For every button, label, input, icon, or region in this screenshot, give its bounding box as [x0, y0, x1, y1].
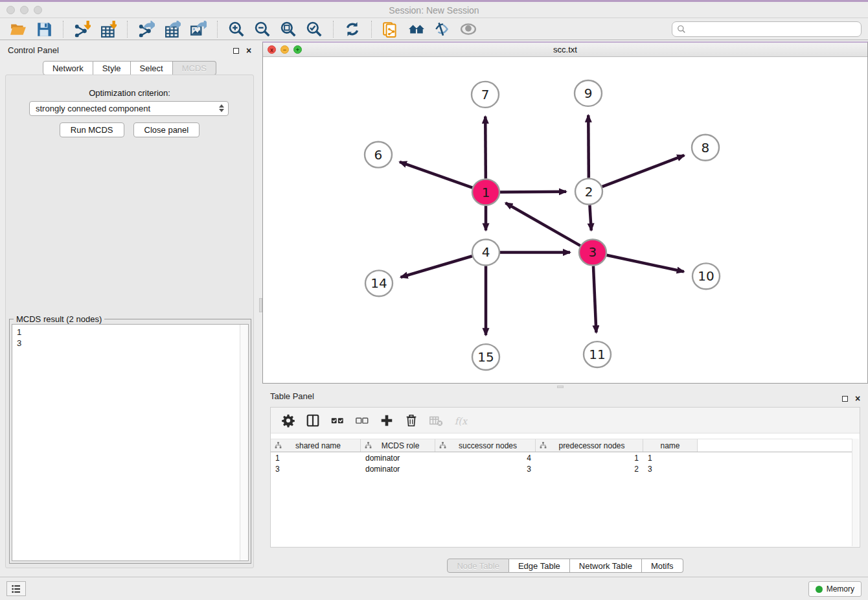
horizontal-splitter[interactable] [557, 386, 564, 388]
edge-3-10[interactable] [607, 255, 684, 272]
svg-text:6: 6 [374, 147, 383, 163]
run-mcds-button[interactable]: Run MCDS [60, 122, 124, 137]
tab-network-table[interactable]: Network Table [570, 559, 642, 573]
node-7[interactable]: 7 [472, 82, 499, 108]
deselect-all-rows-icon[interactable] [353, 411, 371, 430]
result-scrollbar[interactable] [240, 325, 248, 560]
optimization-criterion-label: Optimization criterion: [6, 88, 253, 98]
criterion-select[interactable]: strongly connected component [29, 101, 229, 116]
control-panel: Control Panel × NetworkStyleSelectMCDS O… [0, 40, 259, 575]
node-15[interactable]: 15 [472, 344, 499, 370]
column-visibility-icon[interactable] [304, 411, 322, 430]
network-window-titlebar[interactable]: x − + scc.txt [263, 43, 867, 57]
control-panel-title: Control Panel [8, 45, 59, 55]
table-scrollbar[interactable] [852, 439, 859, 546]
control-panel-close-button[interactable]: × [244, 46, 254, 55]
node-14[interactable]: 14 [365, 270, 393, 296]
control-panel-float-button[interactable] [231, 46, 241, 55]
network-canvas[interactable]: 7968124314101511 [263, 57, 867, 383]
column-header-successor-nodes[interactable]: successor nodes [435, 439, 536, 452]
select-all-rows-icon[interactable] [328, 411, 347, 430]
table-cell: 1 [643, 454, 698, 463]
delete-table-icon [427, 411, 445, 430]
edge-1-2[interactable] [500, 192, 566, 192]
hierarchy-icon [439, 441, 447, 450]
table-row[interactable]: 3dominator323 [271, 463, 852, 474]
toolbar-separator [333, 21, 334, 38]
edge-2-3[interactable] [589, 205, 591, 231]
apply-layout-icon[interactable] [343, 20, 362, 38]
zoom-fit-icon[interactable] [279, 20, 298, 38]
table-cell: 3 [643, 465, 698, 474]
mcds-result-text[interactable]: 1 3 [12, 324, 249, 561]
tab-network[interactable]: Network [43, 61, 93, 75]
table-settings-icon[interactable] [279, 411, 297, 430]
mcds-result-group: MCDS result (2 nodes) 1 3 [9, 319, 251, 564]
node-1[interactable]: 1 [472, 179, 499, 205]
table-cell: 4 [435, 454, 536, 463]
column-header-name[interactable]: name [643, 439, 698, 452]
memory-button[interactable]: Memory [808, 581, 862, 597]
svg-text:2: 2 [585, 184, 593, 200]
table-panel-title: Table Panel [270, 391, 314, 401]
edge-2-8[interactable] [602, 156, 685, 187]
edge-3-1[interactable] [505, 203, 580, 246]
table-panel-float-button[interactable] [839, 394, 850, 403]
edge-4-14[interactable] [401, 256, 472, 277]
toolbar-separator [127, 21, 128, 38]
node-table-block: shared nameMCDS rolesuccessor nodesprede… [270, 407, 860, 548]
tab-motifs[interactable]: Motifs [642, 559, 683, 573]
table-toolbar [271, 408, 860, 433]
table-panel-close-button[interactable]: × [852, 394, 863, 403]
tab-mcds[interactable]: MCDS [173, 61, 216, 75]
tab-node-table[interactable]: Node Table [447, 559, 509, 573]
edge-1-7[interactable] [485, 117, 486, 179]
mcds-panel: Optimization criterion: strongly connect… [5, 75, 254, 568]
zoom-out-icon[interactable] [253, 20, 272, 38]
node-11[interactable]: 11 [584, 341, 611, 367]
node-8[interactable]: 8 [692, 135, 719, 161]
column-header-shared-name[interactable]: shared name [271, 439, 361, 452]
hide-selected-icon[interactable] [433, 20, 452, 38]
column-header-predecessor-nodes[interactable]: predecessor nodes [536, 439, 643, 452]
svg-text:9: 9 [584, 86, 593, 101]
import-table-icon[interactable] [98, 20, 118, 38]
zoom-selected-icon[interactable] [304, 20, 324, 38]
table-cell: 3 [435, 465, 536, 474]
zoom-in-icon[interactable] [227, 20, 246, 38]
search-box[interactable] [672, 21, 862, 37]
delete-column-icon[interactable] [402, 411, 420, 430]
column-header-MCDS-role[interactable]: MCDS role [361, 439, 435, 452]
mcds-result-title: MCDS result (2 nodes) [14, 314, 104, 324]
node-4[interactable]: 4 [472, 239, 499, 265]
export-image-icon[interactable] [188, 20, 208, 38]
add-column-icon[interactable] [378, 411, 396, 430]
first-neighbors-icon[interactable] [407, 20, 426, 38]
close-panel-button[interactable]: Close panel [133, 122, 200, 137]
node-9[interactable]: 9 [575, 80, 602, 106]
new-network-from-selection-icon[interactable] [381, 20, 400, 38]
save-session-icon[interactable] [34, 20, 54, 38]
node-6[interactable]: 6 [365, 142, 392, 168]
tab-select[interactable]: Select [131, 61, 173, 75]
open-file-icon[interactable] [8, 20, 28, 38]
criterion-selected-value: strongly connected component [36, 104, 150, 113]
edge-2-9[interactable] [588, 115, 589, 178]
svg-text:8: 8 [702, 140, 710, 156]
search-input[interactable] [689, 25, 856, 34]
network-graph[interactable]: 7968124314101511 [263, 57, 867, 383]
node-10[interactable]: 10 [692, 263, 720, 289]
tab-edge-table[interactable]: Edge Table [509, 559, 570, 573]
show-panels-button[interactable] [6, 581, 26, 596]
import-network-icon[interactable] [73, 20, 92, 38]
tab-style[interactable]: Style [93, 61, 131, 75]
node-2[interactable]: 2 [575, 179, 602, 205]
list-icon [11, 584, 21, 594]
edge-3-11[interactable] [593, 266, 596, 332]
table-row[interactable]: 1dominator411 [271, 452, 852, 463]
search-icon [677, 25, 686, 34]
node-3[interactable]: 3 [579, 239, 606, 265]
edge-1-6[interactable] [400, 162, 472, 188]
export-table-icon[interactable] [163, 20, 182, 38]
export-network-icon[interactable] [137, 20, 156, 38]
